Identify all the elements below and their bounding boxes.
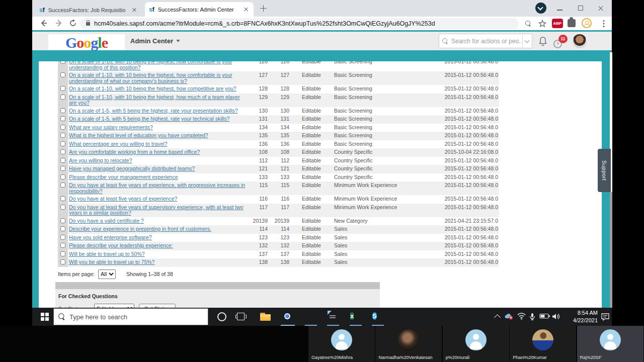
- question-link[interactable]: On a scale of 1-5, with 5 being the high…: [69, 116, 229, 122]
- row-checkbox[interactable]: [60, 72, 65, 77]
- wifi-icon[interactable]: [517, 313, 526, 321]
- row-checkbox[interactable]: [60, 116, 65, 121]
- row-checkbox[interactable]: [60, 149, 65, 154]
- taskbar-search[interactable]: [53, 308, 208, 325]
- question-link[interactable]: Have you managed geographically distribu…: [69, 165, 195, 171]
- new-tab-button[interactable]: [259, 4, 268, 13]
- set-status-button[interactable]: Set Status: [139, 304, 176, 308]
- row-checkbox[interactable]: [60, 205, 65, 210]
- row-checkbox[interactable]: [60, 86, 65, 91]
- question-link[interactable]: Have you sold enterprise software?: [69, 234, 152, 240]
- row-checkbox[interactable]: [60, 218, 65, 223]
- question-link[interactable]: What are your salary requirements?: [69, 124, 153, 130]
- question-link[interactable]: What percentage are you willing to trave…: [69, 141, 168, 147]
- question-link[interactable]: On a scale of 1-10, with 10 being the hi…: [69, 85, 236, 92]
- tab-close-icon[interactable]: [243, 6, 250, 13]
- user-avatar[interactable]: [573, 34, 587, 48]
- tab-job-requisition[interactable]: sf SuccessFactors: Job Requisition:: [35, 3, 142, 17]
- question-link[interactable]: On a scale of 1-10, with 10 being the hi…: [69, 72, 232, 84]
- cortana-icon[interactable]: [217, 312, 226, 321]
- task-view-icon[interactable]: [235, 311, 248, 323]
- bookmark-star-icon[interactable]: [537, 19, 547, 29]
- question-link[interactable]: On a scale of 1-5, with 5 being the high…: [69, 108, 238, 114]
- chevron-down-icon[interactable]: [525, 38, 530, 43]
- question-link[interactable]: Do you have at least five years of exper…: [69, 196, 177, 202]
- back-icon[interactable]: [38, 18, 49, 29]
- minimize-button[interactable]: [556, 5, 564, 11]
- row-checkbox[interactable]: [60, 158, 65, 163]
- question-link[interactable]: Are you comfortable working from a home …: [69, 149, 200, 155]
- question-link[interactable]: Please describe your leadership experien…: [69, 242, 173, 248]
- row-checkbox[interactable]: [60, 235, 65, 240]
- row-checkbox[interactable]: [60, 108, 65, 113]
- close-window-button[interactable]: [598, 6, 605, 12]
- question-link[interactable]: Do you have at least five years of super…: [69, 204, 244, 216]
- taskbar-search-input[interactable]: [69, 313, 203, 321]
- excel-icon[interactable]: x: [350, 311, 362, 323]
- participant-tile[interactable]: p%20murali: [443, 326, 509, 362]
- row-checkbox[interactable]: [60, 243, 65, 248]
- tab-close-icon[interactable]: [131, 7, 138, 14]
- row-checkbox[interactable]: [60, 251, 65, 256]
- question-link[interactable]: Do you have at least five years of exper…: [69, 182, 245, 194]
- extensions-puzzle-icon[interactable]: [568, 19, 576, 27]
- participant-tile[interactable]: Gayatree%20Mishra: [308, 326, 375, 362]
- volume-icon[interactable]: [552, 313, 561, 321]
- notifications-bell-icon[interactable]: [538, 36, 547, 46]
- chrome-icon[interactable]: [282, 311, 294, 323]
- row-checkbox[interactable]: [60, 125, 65, 130]
- question-link[interactable]: Please describe your management experien…: [69, 174, 178, 180]
- scrollbar-thumb[interactable]: [610, 192, 612, 308]
- microphone-icon[interactable]: [529, 313, 538, 321]
- tray-expand-chevron-icon[interactable]: [494, 314, 501, 321]
- participant-tile[interactable]: Narmadha%20Venkatesan: [375, 326, 442, 362]
- question-link[interactable]: Will be able to travel up to 50%?: [69, 251, 145, 257]
- question-link[interactable]: On a scale of 1-10, with 10 being the hi…: [69, 94, 240, 106]
- status-select[interactable]: Editable: [94, 304, 134, 308]
- onedrive-icon[interactable]: [504, 313, 513, 321]
- question-link[interactable]: Describe your experience in presenting i…: [69, 226, 211, 232]
- row-checkbox[interactable]: [60, 226, 65, 231]
- file-explorer-icon[interactable]: [260, 311, 272, 323]
- browser-toolbar: hcm40sales.sapsf.com/acme?itrModule=rcm&…: [32, 17, 612, 30]
- tab-admin-center[interactable]: sf SuccessFactors: Admin Center: [145, 2, 254, 17]
- row-checkbox[interactable]: [60, 174, 65, 179]
- browser-menu-kebab-icon[interactable]: [599, 19, 609, 29]
- skype-icon[interactable]: S: [372, 311, 384, 323]
- action-center-icon[interactable]: [601, 312, 610, 321]
- row-checkbox[interactable]: [60, 133, 65, 138]
- question-link[interactable]: What is the highest level of education y…: [69, 132, 208, 138]
- start-button[interactable]: [36, 308, 53, 326]
- forward-icon[interactable]: [53, 18, 64, 29]
- extension-avatar-icon[interactable]: [582, 18, 592, 28]
- participant-tile[interactable]: Raj%20SF: [577, 326, 643, 362]
- module-selector[interactable]: Admin Center: [130, 32, 180, 50]
- battery-icon[interactable]: [539, 313, 548, 321]
- maximize-button[interactable]: [578, 5, 585, 11]
- adblock-icon[interactable]: ABP: [552, 19, 563, 28]
- url-bar[interactable]: hcm40sales.sapsf.com/acme?itrModule=rcm&…: [80, 18, 519, 29]
- pending-requests-icon[interactable]: 11: [553, 35, 569, 50]
- recorder-circle-button[interactable]: [535, 3, 546, 14]
- row-checkbox[interactable]: [60, 166, 65, 171]
- participant-tile[interactable]: Phani%20Kumar: [510, 326, 576, 362]
- zoom-icon[interactable]: [523, 19, 533, 29]
- row-checkbox[interactable]: [60, 259, 65, 264]
- support-tab[interactable]: Support: [598, 149, 611, 192]
- question-link[interactable]: Are you willing to relocate?: [69, 157, 132, 163]
- question-link[interactable]: Will you be able to travel up to 75%?: [69, 259, 154, 265]
- action-search[interactable]: [439, 34, 532, 48]
- items-per-page-select[interactable]: All: [98, 269, 116, 279]
- row-checkbox[interactable]: [60, 61, 65, 64]
- action-search-input[interactable]: [451, 38, 521, 45]
- question-link[interactable]: On a scale of 1-10, with 10 being the hi…: [69, 61, 232, 70]
- firefox-icon[interactable]: [304, 311, 316, 323]
- clock-date[interactable]: 8:54 AM 4/22/2021: [561, 309, 598, 324]
- question-link[interactable]: Do you have a valid certificate ?: [69, 218, 144, 224]
- row-checkbox[interactable]: [60, 95, 65, 100]
- row-checkbox[interactable]: [60, 141, 65, 146]
- row-checkbox[interactable]: [60, 196, 65, 201]
- row-checkbox[interactable]: [60, 183, 65, 188]
- notepad-icon[interactable]: [328, 311, 340, 323]
- reload-icon[interactable]: [67, 18, 78, 29]
